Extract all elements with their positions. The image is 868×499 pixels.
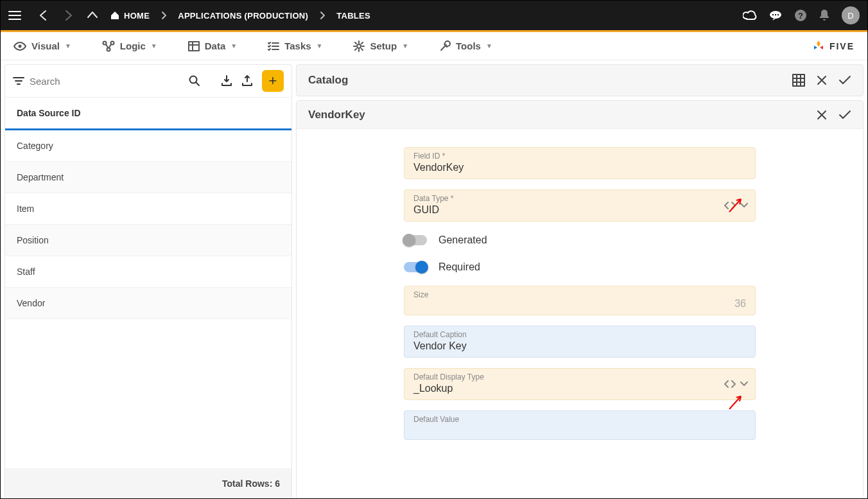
menu-label: Tasks: [284, 40, 311, 51]
breadcrumb-home[interactable]: HOME: [124, 11, 150, 21]
svg-rect-10: [189, 42, 199, 51]
search-box: [30, 76, 184, 87]
detail-header: VendorKey: [297, 101, 863, 129]
bell-icon[interactable]: [819, 9, 830, 22]
chevron-right-icon: [161, 12, 166, 19]
check-icon[interactable]: [838, 75, 851, 85]
toggle-label: Required: [438, 261, 480, 273]
toggle-required[interactable]: [404, 262, 427, 272]
svg-point-1: [772, 14, 774, 15]
list-item[interactable]: Category: [5, 130, 291, 162]
field-default-display-type[interactable]: Default Display Type _Lookup: [404, 368, 756, 400]
brand-text: FIVE: [829, 41, 855, 51]
home-icon[interactable]: HOME: [110, 10, 150, 21]
svg-rect-13: [793, 74, 804, 86]
filter-icon[interactable]: [13, 76, 24, 85]
form-area: Field ID * VendorKey Data Type * GUID Ge…: [297, 129, 863, 499]
field-field-id[interactable]: Field ID * VendorKey: [404, 147, 756, 179]
chevron-down-icon[interactable]: [740, 202, 749, 209]
list-item[interactable]: Position: [5, 225, 291, 256]
menu-bar: Visual▼ Logic▼ Data▼ Tasks▼ Setup▼ Tools…: [1, 32, 867, 60]
chevron-right-icon: [320, 12, 325, 19]
field-label: Field ID *: [413, 152, 746, 161]
breadcrumb: HOME APPLICATIONS (PRODUCTION) TABLES: [110, 10, 370, 21]
brand-logo: FIVE: [812, 39, 855, 53]
back-icon[interactable]: [38, 10, 49, 21]
field-default-value[interactable]: Default Value: [404, 410, 756, 440]
field-value: VendorKey: [413, 162, 746, 173]
code-icon[interactable]: [724, 380, 736, 389]
field-label: Default Caption: [413, 330, 746, 339]
toggle-generated[interactable]: [404, 235, 427, 245]
chat-icon[interactable]: [768, 10, 783, 21]
menu-data[interactable]: Data▼: [188, 40, 237, 51]
svg-point-9: [107, 48, 110, 51]
menu-label: Tools: [456, 40, 481, 51]
code-icon[interactable]: [724, 201, 736, 210]
menu-label: Data: [205, 40, 226, 51]
menu-setup[interactable]: Setup▼: [353, 40, 408, 52]
field-label: Default Display Type: [413, 372, 746, 381]
list-item[interactable]: Department: [5, 162, 291, 193]
svg-point-6: [19, 44, 22, 48]
field-data-type[interactable]: Data Type * GUID: [404, 189, 756, 222]
catalog-title: Catalog: [308, 74, 348, 87]
top-bar: HOME APPLICATIONS (PRODUCTION) TABLES ? …: [1, 1, 867, 30]
sidebar-toolbar: +: [5, 65, 291, 97]
menu-logic[interactable]: Logic▼: [102, 40, 157, 52]
menu-tasks[interactable]: Tasks▼: [268, 40, 322, 51]
svg-text:?: ?: [798, 11, 803, 21]
forward-icon: [62, 10, 74, 21]
search-icon[interactable]: [189, 75, 200, 87]
field-label: Size: [413, 290, 746, 299]
main-area: + Data Source ID Category Department Ite…: [1, 60, 867, 499]
list-item[interactable]: Item: [5, 193, 291, 225]
list-header: Data Source ID: [5, 97, 291, 130]
avatar[interactable]: D: [842, 6, 860, 24]
svg-point-2: [775, 14, 776, 15]
list-footer: Total Rows: 6: [5, 468, 291, 499]
list-item[interactable]: Vendor: [5, 288, 291, 319]
list: Category Department Item Position Staff …: [5, 130, 291, 468]
breadcrumb-apps[interactable]: APPLICATIONS (PRODUCTION): [178, 11, 308, 21]
close-icon[interactable]: [817, 75, 827, 85]
field-label: Data Type *: [413, 194, 746, 203]
svg-point-3: [777, 14, 779, 15]
close-icon[interactable]: [817, 110, 827, 120]
field-value: _Lookup: [413, 383, 746, 394]
toggle-required-row: Required: [404, 259, 756, 276]
grid-icon[interactable]: [792, 74, 805, 87]
field-default-caption[interactable]: Default Caption Vendor Key: [404, 326, 756, 358]
field-size[interactable]: Size 36: [404, 286, 756, 315]
hamburger-icon[interactable]: [8, 10, 21, 21]
menu-label: Logic: [120, 40, 146, 51]
detail-title: VendorKey: [308, 109, 365, 121]
check-icon[interactable]: [838, 110, 851, 120]
field-value: GUID: [413, 204, 746, 216]
menu-label: Setup: [370, 40, 397, 51]
add-button[interactable]: +: [262, 70, 284, 92]
cloud-icon[interactable]: [743, 10, 757, 21]
field-label: Default Value: [413, 415, 746, 424]
catalog-header: Catalog: [296, 64, 864, 96]
svg-point-11: [357, 44, 361, 48]
menu-tools[interactable]: Tools▼: [439, 40, 492, 52]
annotation-arrow: [297, 255, 299, 277]
field-value: Vendor Key: [413, 340, 746, 352]
chevron-down-icon[interactable]: [740, 381, 749, 387]
search-input[interactable]: [30, 76, 184, 87]
toggle-generated-row: Generated: [404, 232, 756, 249]
help-icon[interactable]: ?: [794, 9, 807, 22]
upload-icon[interactable]: [241, 74, 253, 87]
menu-label: Visual: [31, 40, 60, 51]
content: Catalog VendorKey: [296, 64, 864, 499]
topbar-right: ? D: [743, 6, 860, 24]
up-icon[interactable]: [87, 10, 98, 21]
field-value: 36: [734, 298, 746, 310]
breadcrumb-tables[interactable]: TABLES: [336, 11, 370, 21]
menu-visual[interactable]: Visual▼: [13, 40, 71, 51]
list-item[interactable]: Staff: [5, 256, 291, 288]
detail-panel: VendorKey Field ID * VendorKey Data Ty: [296, 100, 864, 499]
download-icon[interactable]: [221, 74, 232, 87]
toggle-label: Generated: [438, 234, 487, 246]
